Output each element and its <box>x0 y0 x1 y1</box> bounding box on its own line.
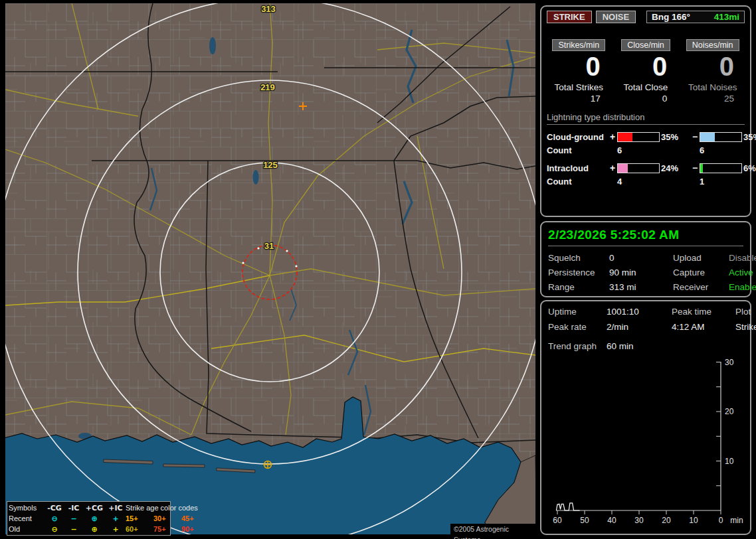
total-noises-value: 25 <box>680 94 745 104</box>
legend-symbols-header: Symbols <box>9 504 45 512</box>
svg-text:50: 50 <box>580 516 589 525</box>
svg-text:60: 60 <box>553 516 562 525</box>
minus-sign: − <box>690 131 700 142</box>
age-15: 15+ <box>126 515 153 522</box>
cg-negative-pct: 35% <box>743 132 756 142</box>
ic-negative-bar <box>700 163 742 173</box>
pcg-old-icon: ⊕ <box>83 526 106 533</box>
total-strikes-label: Total Strikes <box>547 82 611 92</box>
trend-graph-label: Trend graph <box>548 341 607 351</box>
age-60: 60+ <box>126 526 153 533</box>
ring-label-313: 313 <box>261 4 276 14</box>
strike-mode-button[interactable]: STRIKE <box>547 11 592 23</box>
peak-time-value: 4:12 AM <box>672 322 735 332</box>
close-per-min-label: Close/min <box>621 39 670 51</box>
counters-panel: STRIKE NOISE Bng 166° 413mi Strikes/min … <box>540 5 751 217</box>
close-per-min-value: 0 <box>614 52 678 80</box>
persistence-label: Persistence <box>548 268 609 277</box>
svg-text:20: 20 <box>662 516 671 525</box>
uptime-label: Uptime <box>548 307 607 317</box>
svg-text:20: 20 <box>725 407 734 416</box>
ncg-old-icon: ⊖ <box>45 526 64 533</box>
cg-negative-count: 6 <box>700 145 743 155</box>
session-panel: Uptime 1001:10 Peak time Plot Peak rate … <box>540 300 751 535</box>
trend-graph-chart: 1020306050403020100min <box>548 359 746 528</box>
cg-positive-pct: 35% <box>661 132 690 142</box>
strikes-per-min-label: Strikes/min <box>552 39 605 51</box>
range-value: 313 mi <box>609 282 673 292</box>
legend-old-label: Old <box>9 526 45 533</box>
intracloud-label: Intracloud <box>547 163 608 173</box>
plot-label: Plot <box>735 307 756 317</box>
svg-text:10: 10 <box>725 457 734 466</box>
total-strikes-value: 17 <box>547 94 611 104</box>
noises-per-min-label: Noises/min <box>686 39 739 51</box>
svg-text:30: 30 <box>634 516 644 525</box>
status-panel: 2/23/2026 5:25:02 AM Squelch 0 Upload Di… <box>540 221 751 297</box>
legend-col-pic: +IC <box>106 504 126 512</box>
legend-col-ncg: -CG <box>45 504 64 512</box>
cg-count-label: Count <box>547 145 608 155</box>
range-label: Range <box>548 282 609 292</box>
ic-count-label: Count <box>547 177 608 187</box>
uptime-value: 1001:10 <box>607 307 672 317</box>
receiver-label: Receiver <box>673 282 729 292</box>
minus-sign: − <box>690 163 700 173</box>
distribution-title: Lightning type distribution <box>547 112 745 125</box>
age-45: 45+ <box>181 515 211 522</box>
age-75: 75+ <box>153 526 181 533</box>
pic-recent-icon: + <box>106 515 126 522</box>
storm-map[interactable]: 313 219 125 31 Symbols -CG -IC +CG +IC S… <box>5 3 535 534</box>
noises-per-min-value: 0 <box>680 52 745 80</box>
plus-sign: + <box>608 163 617 173</box>
peak-time-label: Peak time <box>672 307 735 317</box>
ring-label-219: 219 <box>260 82 275 92</box>
pic-old-icon: + <box>106 526 126 533</box>
capture-status: Active <box>729 268 756 277</box>
noise-mode-button[interactable]: NOISE <box>596 11 636 23</box>
ring-label-125: 125 <box>263 160 278 170</box>
pcg-recent-icon: ⊕ <box>83 515 106 522</box>
cg-positive-bar <box>617 132 660 142</box>
svg-text:30: 30 <box>725 359 734 367</box>
ring-label-31: 31 <box>264 241 274 251</box>
nic-recent-icon: − <box>64 515 83 522</box>
strike-symbol-pcg-old <box>264 461 272 469</box>
map-legend: Symbols -CG -IC +CG +IC Strike age color… <box>7 501 171 536</box>
cg-positive-count: 6 <box>617 145 661 155</box>
nic-old-icon: − <box>64 526 83 533</box>
svg-text:0: 0 <box>719 516 723 525</box>
legend-col-nic: -IC <box>64 504 83 512</box>
capture-label: Capture <box>673 268 729 277</box>
plot-value: Strike <box>735 322 756 332</box>
persistence-value: 90 min <box>609 268 673 277</box>
nexstorm-app: 313 219 125 31 Symbols -CG -IC +CG +IC S… <box>0 0 756 539</box>
strikes-per-min-value: 0 <box>547 52 611 80</box>
legend-col-pcg: +CG <box>83 504 106 512</box>
squelch-value: 0 <box>609 253 673 263</box>
ic-positive-bar <box>617 163 660 173</box>
total-noises-label: Total Noises <box>680 82 745 92</box>
total-close-label: Total Close <box>614 82 678 92</box>
age-90: 90+ <box>181 526 211 533</box>
bearing-label: Bng 166° <box>652 12 690 22</box>
legend-age-title: Strike age color codes <box>126 504 211 512</box>
cloud-ground-label: Cloud-ground <box>547 132 608 142</box>
age-30: 30+ <box>153 515 181 522</box>
bearing-readout: Bng 166° 413mi <box>646 11 745 23</box>
ic-negative-pct: 6% <box>743 163 756 173</box>
ncg-recent-icon: ⊖ <box>45 515 64 522</box>
datetime-display: 2/23/2026 5:25:02 AM <box>548 228 743 246</box>
svg-text:40: 40 <box>607 516 616 525</box>
trend-graph-value: 60 min <box>607 341 672 351</box>
peak-rate-label: Peak rate <box>548 322 607 332</box>
copyright-text: ©2005 Astrogenic Systems <box>450 524 535 534</box>
ic-positive-count: 4 <box>617 177 661 187</box>
map-canvas: 313 219 125 31 <box>5 3 535 534</box>
svg-text:10: 10 <box>689 516 698 525</box>
ic-negative-count: 1 <box>700 177 743 187</box>
legend-recent-label: Recent <box>9 515 45 522</box>
receiver-status: Enabled <box>729 282 756 292</box>
svg-text:min: min <box>730 516 743 525</box>
plus-sign: + <box>608 131 617 142</box>
